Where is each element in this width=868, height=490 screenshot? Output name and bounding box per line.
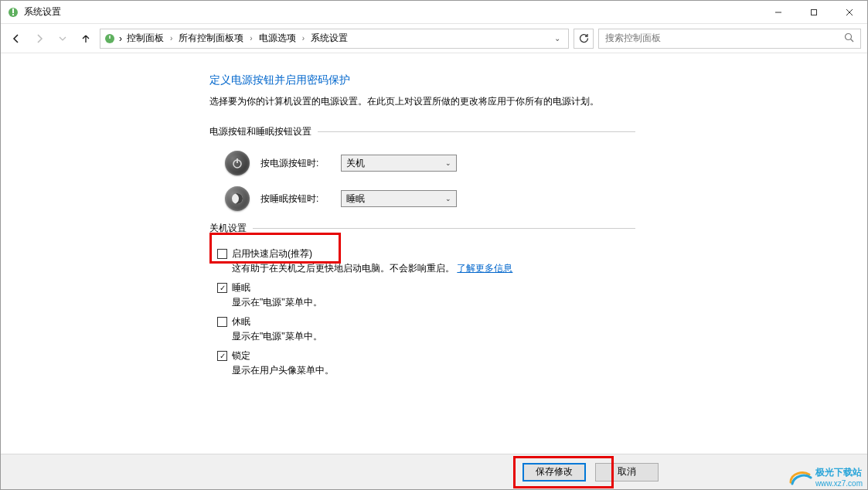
checkbox[interactable]	[217, 351, 227, 361]
button-label: 保存修改	[536, 465, 573, 478]
cancel-button[interactable]: 取消	[595, 463, 659, 481]
section-header-shutdown: 关机设置	[209, 222, 867, 235]
sleep-button-label: 按睡眠按钮时:	[260, 192, 330, 206]
breadcrumb-item[interactable]: 系统设置	[309, 32, 349, 45]
chevron-right-icon: ›	[299, 34, 308, 43]
page-description: 选择要为你的计算机设置的电源设置。在此页上对设置所做的更改将应用于你所有的电源计…	[209, 95, 867, 108]
chevron-right-icon: ›	[247, 34, 255, 43]
main-content: 定义电源按钮并启用密码保护 选择要为你的计算机设置的电源设置。在此页上对设置所做…	[1, 55, 867, 454]
option-sleep[interactable]: 睡眠	[217, 281, 867, 294]
recent-locations-button[interactable]	[53, 29, 72, 48]
window-controls	[761, 1, 867, 23]
search-icon	[844, 32, 854, 45]
option-description: 显示在"电源"菜单中。	[217, 296, 867, 309]
chevron-down-icon: ⌄	[445, 195, 451, 202]
footer-bar: 保存修改 取消	[1, 454, 867, 489]
svg-rect-2	[12, 14, 14, 15]
address-bar[interactable]: › 控制面板 › 所有控制面板项 › 电源选项 › 系统设置 ⌄	[100, 29, 569, 49]
learn-more-link[interactable]: 了解更多信息	[457, 263, 512, 274]
minimize-button[interactable]	[761, 1, 796, 23]
chevron-right-icon: ›	[167, 34, 175, 43]
section-title: 电源按钮和睡眠按钮设置	[209, 125, 311, 138]
divider	[253, 228, 635, 229]
maximize-button[interactable]	[796, 1, 832, 23]
breadcrumb-item[interactable]: 所有控制面板项	[177, 32, 245, 45]
option-description: 这有助于在关机之后更快地启动电脑。不会影响重启。 了解更多信息	[217, 262, 867, 275]
dropdown-value: 睡眠	[346, 192, 365, 206]
power-button-label: 按电源按钮时:	[260, 157, 330, 170]
option-lock[interactable]: 锁定	[217, 349, 867, 362]
save-button[interactable]: 保存修改	[523, 463, 586, 481]
app-icon	[7, 6, 19, 19]
section-header-buttons: 电源按钮和睡眠按钮设置	[209, 125, 867, 138]
option-label: 启用快速启动(推荐)	[232, 247, 312, 260]
search-placeholder: 搜索控制面板	[605, 32, 661, 45]
button-label: 取消	[618, 465, 636, 478]
power-options-icon	[104, 32, 116, 45]
option-label: 睡眠	[232, 281, 250, 294]
option-label: 锁定	[232, 349, 250, 362]
window-titlebar: 系统设置	[1, 1, 867, 24]
power-icon	[225, 151, 250, 175]
checkbox[interactable]	[217, 317, 227, 327]
svg-rect-4	[812, 9, 817, 15]
close-button[interactable]	[832, 1, 867, 23]
dropdown-value: 关机	[346, 157, 365, 170]
chevron-right-icon: ›	[119, 33, 122, 44]
divider	[318, 131, 635, 132]
page-heading: 定义电源按钮并启用密码保护	[209, 73, 867, 87]
forward-button[interactable]	[30, 29, 49, 48]
refresh-button[interactable]	[574, 29, 594, 49]
option-fast-startup[interactable]: 启用快速启动(推荐)	[217, 247, 867, 260]
checkbox[interactable]	[217, 249, 227, 259]
option-hibernate[interactable]: 休眠	[217, 315, 867, 328]
option-description: 显示在"电源"菜单中。	[217, 330, 867, 343]
back-button[interactable]	[7, 29, 26, 48]
svg-point-8	[846, 33, 852, 39]
option-label: 休眠	[232, 315, 250, 328]
sleep-icon	[225, 186, 250, 211]
svg-line-9	[851, 39, 854, 42]
section-title: 关机设置	[209, 222, 247, 235]
breadcrumb-item[interactable]: 电源选项	[257, 32, 298, 45]
up-button[interactable]	[77, 29, 95, 48]
sleep-button-dropdown[interactable]: 睡眠 ⌄	[341, 190, 457, 207]
search-input[interactable]: 搜索控制面板	[598, 29, 861, 49]
shutdown-options: 启用快速启动(推荐) 这有助于在关机之后更快地启动电脑。不会影响重启。 了解更多…	[209, 247, 867, 377]
breadcrumb: 控制面板 › 所有控制面板项 › 电源选项 › 系统设置	[125, 32, 546, 45]
breadcrumb-item[interactable]: 控制面板	[125, 32, 165, 45]
chevron-down-icon: ⌄	[445, 159, 451, 167]
power-button-dropdown[interactable]: 关机 ⌄	[341, 155, 457, 172]
option-description: 显示在用户头像菜单中。	[217, 364, 867, 377]
address-dropdown-icon[interactable]: ⌄	[550, 34, 565, 43]
navigation-toolbar: › 控制面板 › 所有控制面板项 › 电源选项 › 系统设置 ⌄ 搜索控制面板	[1, 24, 867, 53]
checkbox[interactable]	[217, 283, 227, 293]
sleep-button-row: 按睡眠按钮时: 睡眠 ⌄	[209, 186, 867, 211]
window-title: 系统设置	[24, 5, 761, 19]
svg-rect-1	[12, 9, 14, 13]
power-button-row: 按电源按钮时: 关机 ⌄	[209, 151, 867, 175]
